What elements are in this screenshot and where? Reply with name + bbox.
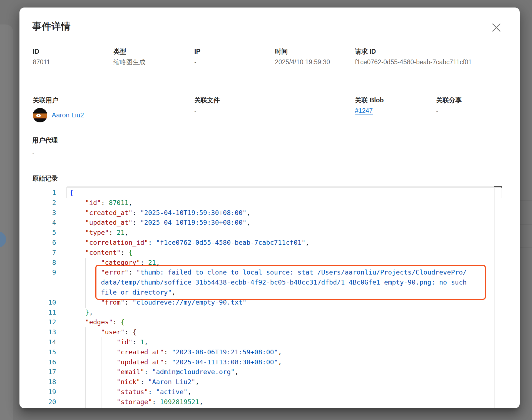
line-number: 18 bbox=[32, 377, 67, 387]
field-id: ID 87011 bbox=[33, 47, 50, 68]
close-button[interactable] bbox=[490, 21, 503, 34]
raw-record-label: 原始记录 bbox=[32, 174, 58, 183]
field-label: 类型 bbox=[113, 47, 145, 56]
line-number: 4 bbox=[32, 218, 67, 228]
code-line: 19"status": "active", bbox=[32, 387, 502, 397]
code-line: 5"type": 21, bbox=[32, 228, 502, 238]
code-line-content: "correlation_id": "f1ce0762-0d55-4580-be… bbox=[69, 238, 309, 248]
code-line: 2"id": 87011, bbox=[32, 198, 502, 208]
line-number: 20 bbox=[32, 397, 67, 407]
code-line-content: "email": "admin@cloudreve.org", bbox=[69, 367, 238, 377]
field-request-id: 请求 ID f1ce0762-0d55-4580-beab-7cabc711cf… bbox=[355, 47, 472, 68]
line-number: 5 bbox=[32, 228, 67, 238]
field-label: 请求 ID bbox=[355, 47, 472, 56]
code-line-content: "created_at": "2025-04-10T19:59:30+08:00… bbox=[69, 208, 250, 218]
code-line: 20"storage": 1092819521, bbox=[32, 397, 502, 407]
code-line-content: "type": 21, bbox=[69, 228, 128, 238]
line-number: 9 bbox=[32, 268, 67, 278]
background-table-line bbox=[520, 224, 532, 224]
code-line-content: }, bbox=[69, 308, 93, 318]
code-line-content: "from": "cloudreve://my/empty-90.txt" bbox=[69, 298, 247, 308]
code-line-content: "edges": { bbox=[69, 317, 125, 327]
field-type: 类型 缩略图生成 bbox=[113, 47, 145, 68]
field-value: - bbox=[194, 105, 220, 117]
background-table-line bbox=[520, 248, 532, 248]
line-number: 1 bbox=[32, 188, 67, 198]
avatar bbox=[33, 108, 47, 122]
field-related-file: 关联文件 - bbox=[194, 96, 220, 117]
code-line: 7"content": { bbox=[32, 248, 502, 258]
line-number: 2 bbox=[32, 198, 67, 208]
user-agent-label: 用户代理 bbox=[32, 136, 58, 145]
code-line: 21"avatar": "file", bbox=[32, 407, 502, 408]
line-number: 10 bbox=[32, 298, 67, 308]
line-number: 13 bbox=[32, 327, 67, 337]
line-number: 19 bbox=[32, 387, 67, 397]
line-number: 11 bbox=[32, 308, 67, 318]
code-lines: 1{2"id": 87011,3"created_at": "2025-04-1… bbox=[32, 188, 502, 408]
code-line-content: "avatar": "file", bbox=[69, 407, 183, 408]
code-line: 3"created_at": "2025-04-10T19:59:30+08:0… bbox=[32, 208, 502, 218]
code-line: 12"edges": { bbox=[32, 317, 502, 327]
line-number: 3 bbox=[32, 208, 67, 218]
close-icon bbox=[491, 23, 501, 33]
code-line: 8"category": 21, bbox=[32, 258, 502, 268]
line-number: 14 bbox=[32, 337, 67, 347]
code-line: 6"correlation_id": "f1ce0762-0d55-4580-b… bbox=[32, 238, 502, 248]
code-line-content: { bbox=[69, 188, 73, 198]
user-agent-value: - bbox=[32, 150, 34, 157]
code-line: 14"id": 1, bbox=[32, 337, 502, 347]
code-line-content: "storage": 1092819521, bbox=[69, 397, 203, 407]
code-line: 17"email": "admin@cloudreve.org", bbox=[32, 367, 502, 377]
code-line-content: "category": 21, bbox=[69, 258, 160, 268]
field-ip: IP - bbox=[194, 47, 200, 68]
line-number: 15 bbox=[32, 347, 67, 357]
field-value: 缩略图生成 bbox=[113, 56, 145, 68]
dialog-title: 事件详情 bbox=[32, 20, 71, 33]
line-number: 7 bbox=[32, 248, 67, 258]
field-label: IP bbox=[194, 47, 200, 56]
raw-record-code-viewer[interactable]: 1{2"id": 87011,3"created_at": "2025-04-1… bbox=[32, 186, 502, 408]
line-number: 17 bbox=[32, 367, 67, 377]
code-line: 13"user": { bbox=[32, 327, 502, 337]
code-line: 1{ bbox=[32, 188, 502, 198]
field-value: - bbox=[436, 105, 462, 117]
field-label: 关联用户 bbox=[33, 96, 84, 104]
field-value: 2025/4/10 19:59:30 bbox=[275, 56, 330, 68]
related-user-link[interactable]: Aaron Liu2 bbox=[52, 108, 84, 122]
line-number: 6 bbox=[32, 238, 67, 248]
event-details-dialog: 事件详情 ID 87011 类型 缩略图生成 IP - 时间 2025/4/10… bbox=[19, 8, 520, 408]
field-label: 时间 bbox=[275, 47, 330, 56]
line-number: 8 bbox=[32, 258, 67, 268]
field-label: 关联 Blob bbox=[355, 96, 384, 104]
field-value: 87011 bbox=[33, 56, 50, 68]
code-line: 4"updated_at": "2025-04-10T19:59:30+08:0… bbox=[32, 218, 502, 228]
background-panel-edge bbox=[0, 24, 13, 420]
code-line-content: "id": 87011, bbox=[69, 198, 132, 208]
line-number: 21 bbox=[32, 407, 67, 408]
code-line: 11}, bbox=[32, 308, 502, 318]
line-number: 16 bbox=[32, 357, 67, 367]
code-line-content: "created_at": "2023-08-06T19:21:59+08:00… bbox=[69, 347, 282, 357]
field-related-user: 关联用户 Aaron Liu2 bbox=[33, 96, 84, 122]
field-label: 关联分享 bbox=[436, 96, 462, 104]
code-line-content: "updated_at": "2025-04-10T19:59:30+08:00… bbox=[69, 218, 250, 228]
field-value: - bbox=[194, 56, 200, 68]
code-line-content: "nick": "Aaron Liu2", bbox=[69, 377, 199, 387]
field-related-blob: 关联 Blob #1247 bbox=[355, 96, 384, 117]
code-line-content: "content": { bbox=[69, 248, 132, 258]
field-label: ID bbox=[33, 47, 50, 56]
related-blob-link[interactable]: #1247 bbox=[355, 105, 373, 117]
code-line: 16"updated_at": "2025-04-11T13:08:30+08:… bbox=[32, 357, 502, 367]
line-number: 12 bbox=[32, 317, 67, 327]
code-line-content: "error": "thumb: failed to clone to loca… bbox=[69, 268, 467, 297]
code-line-content: "updated_at": "2025-04-11T13:08:30+08:00… bbox=[69, 357, 282, 367]
code-line-content: "id": 1, bbox=[69, 337, 148, 347]
field-value: f1ce0762-0d55-4580-beab-7cabc711cf01 bbox=[355, 56, 472, 68]
code-line: 9"error": "thumb: failed to clone to loc… bbox=[32, 268, 502, 297]
background-divider bbox=[13, 0, 13, 420]
background-table-line bbox=[520, 201, 532, 201]
code-line-content: "user": { bbox=[69, 327, 136, 337]
field-label: 关联文件 bbox=[194, 96, 220, 104]
field-related-share: 关联分享 - bbox=[436, 96, 462, 117]
